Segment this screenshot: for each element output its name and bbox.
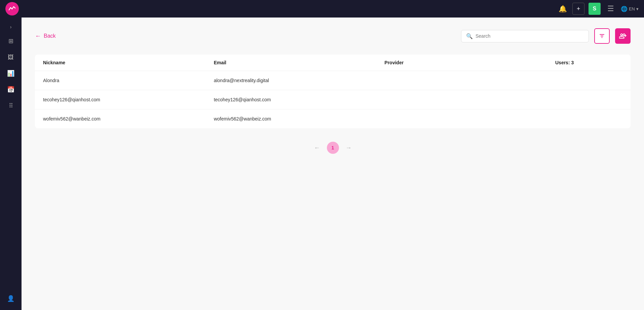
sidebar-item-gallery[interactable]: 🖼 xyxy=(3,50,18,65)
cell-email: tecohey126@qianhost.com xyxy=(214,97,385,102)
cell-email: alondra@nextreality.digital xyxy=(214,78,385,83)
search-input[interactable] xyxy=(476,33,584,39)
sidebar-item-calendar[interactable]: 📅 xyxy=(3,82,18,97)
table-header: Nickname Email Provider Users: 3 xyxy=(35,55,631,71)
sidebar-item-dashboard[interactable]: ⊞ xyxy=(3,34,18,48)
col-users-count: Users: 3 xyxy=(555,60,622,65)
sidebar-item-charts[interactable]: 📊 xyxy=(3,66,18,81)
back-label: Back xyxy=(44,33,56,39)
add-button[interactable]: + xyxy=(572,3,584,15)
calendar-icon: 📅 xyxy=(7,86,14,93)
search-box: 🔍 xyxy=(461,30,589,42)
cell-nickname: tecohey126@qianhost.com xyxy=(43,97,214,102)
page-number-1[interactable]: 1 xyxy=(327,142,339,154)
sidebar: › ⊞ 🖼 📊 📅 ⠿ 👤 xyxy=(0,18,22,310)
user-avatar[interactable]: S xyxy=(589,3,601,15)
cell-email: wofemiv562@wanbeiz.com xyxy=(214,116,385,122)
add-user-icon xyxy=(619,32,627,40)
table-body: Alondra alondra@nextreality.digital teco… xyxy=(35,71,631,128)
users-table: Nickname Email Provider Users: 3 Alondra… xyxy=(35,55,631,128)
apps-icon: ⠿ xyxy=(9,102,13,109)
sidebar-item-apps[interactable]: ⠿ xyxy=(3,98,18,113)
language-label: EN xyxy=(629,6,635,11)
main-content: ← Back 🔍 xyxy=(22,18,644,310)
content-topbar: ← Back 🔍 xyxy=(35,28,631,44)
table-row[interactable]: tecohey126@qianhost.com tecohey126@qianh… xyxy=(35,90,631,109)
table-row[interactable]: wofemiv562@wanbeiz.com wofemiv562@wanbei… xyxy=(35,109,631,128)
app-logo[interactable] xyxy=(5,2,19,15)
pagination-next[interactable]: → xyxy=(343,143,354,153)
globe-icon: 🌐 xyxy=(621,6,628,12)
col-email: Email xyxy=(214,60,385,65)
search-icon: 🔍 xyxy=(466,33,473,39)
cell-nickname: Alondra xyxy=(43,78,214,83)
notification-bell[interactable]: 🔔 xyxy=(557,3,568,14)
sidebar-toggle[interactable]: › xyxy=(7,22,14,32)
table-row[interactable]: Alondra alondra@nextreality.digital xyxy=(35,71,631,90)
back-button[interactable]: ← Back xyxy=(35,33,56,40)
col-nickname: Nickname xyxy=(43,60,214,65)
gallery-icon: 🖼 xyxy=(8,54,14,61)
dashboard-icon: ⊞ xyxy=(8,37,13,45)
language-selector[interactable]: 🌐 EN ▾ xyxy=(621,6,639,12)
profile-icon: 👤 xyxy=(7,295,14,302)
add-user-button[interactable] xyxy=(615,28,631,44)
cell-nickname: wofemiv562@wanbeiz.com xyxy=(43,116,214,122)
col-provider: Provider xyxy=(384,60,555,65)
filter-icon xyxy=(599,33,605,39)
pagination-prev[interactable]: ← xyxy=(311,143,323,153)
pagination: ← 1 → xyxy=(35,142,631,154)
charts-icon: 📊 xyxy=(7,70,14,77)
chevron-down-icon: ▾ xyxy=(636,6,639,11)
menu-button[interactable]: ☰ xyxy=(605,3,617,14)
topnav: 🔔 + S ☰ 🌐 EN ▾ xyxy=(0,0,644,18)
sidebar-item-profile[interactable]: 👤 xyxy=(3,291,18,306)
filter-button[interactable] xyxy=(594,28,610,44)
back-arrow-icon: ← xyxy=(35,33,41,40)
